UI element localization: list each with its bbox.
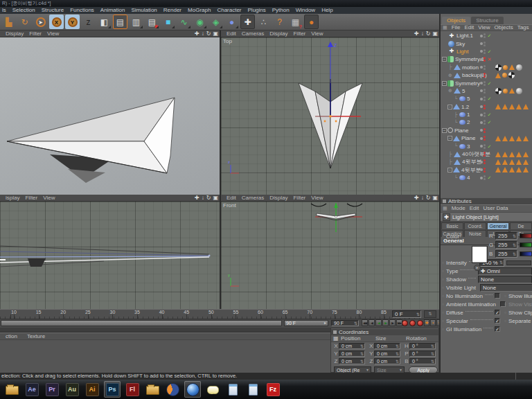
premiere-taskbar-icon[interactable]: Pr <box>44 381 60 398</box>
selection-tag-icon[interactable] <box>503 89 508 94</box>
tree-expander-icon[interactable]: − <box>442 57 447 62</box>
timeline-range-slider[interactable] <box>1 320 282 326</box>
visibility-toggles[interactable] <box>480 42 493 46</box>
position-z-field[interactable]: 0 cm⇅ <box>339 358 365 364</box>
polygon-selection-tag-icon[interactable] <box>509 104 515 109</box>
object-tree-item[interactable]: └3✓ <box>441 142 532 150</box>
size-y-field[interactable]: 0 cm⇅ <box>374 351 400 357</box>
visibility-toggles[interactable]: ✓ <box>480 48 493 55</box>
material-manager[interactable]: ctionTexture <box>0 328 330 373</box>
layer-dot-icon[interactable] <box>480 161 483 163</box>
zoom-view-icon[interactable]: ↓ <box>421 195 424 202</box>
smoothing-tag-icon[interactable] <box>516 64 522 71</box>
front-viewport[interactable]: Front y <box>221 202 439 309</box>
phong-tag-icon[interactable] <box>509 88 515 94</box>
attributes-menu-mode[interactable]: Mode <box>452 205 466 212</box>
live-selection-icon[interactable]: ➤ <box>33 15 48 29</box>
viewport-menu-cameras[interactable]: Cameras <box>242 195 264 202</box>
globe-taskbar-icon[interactable] <box>184 381 201 398</box>
viewport-menu-edit[interactable]: Edit <box>227 195 236 202</box>
layer-dot-icon[interactable] <box>480 177 483 179</box>
toggle-view-icon[interactable]: ▣ <box>213 195 218 202</box>
texture-tag-icon[interactable] <box>495 88 502 94</box>
menubar-item-ls[interactable]: ls <box>2 7 6 14</box>
visibility-toggles[interactable]: ✓ <box>480 112 493 118</box>
enable-state-icon[interactable]: ✓ <box>486 80 493 87</box>
perspective-viewport[interactable] <box>0 37 220 195</box>
object-tree-item[interactable]: └5✓ <box>441 95 532 103</box>
object-tree-item[interactable]: −Plane <box>441 134 532 142</box>
spinner-icon[interactable]: ⇅ <box>360 360 364 364</box>
channel-r-field[interactable]: 255⇅ <box>495 232 517 240</box>
visibility-toggles[interactable] <box>480 159 493 164</box>
polygon-selection-tag-icon[interactable] <box>516 136 522 141</box>
menubar-item-functions[interactable]: Functions <box>70 7 94 14</box>
layer-dot-icon[interactable] <box>480 98 483 100</box>
right-check-show-visible-li[interactable]: ○Show Visible Li <box>504 301 532 308</box>
enable-state-icon[interactable]: ✓ <box>486 48 493 55</box>
viewport-menu-filter[interactable]: Filter <box>293 30 305 37</box>
spinner-icon[interactable]: ⇅ <box>513 243 516 247</box>
tree-expander-icon[interactable]: − <box>442 81 447 86</box>
menubar-item-selection[interactable]: Selection <box>12 7 35 14</box>
range-value-field[interactable]: 90 F ⇅ <box>331 320 359 326</box>
channel-g-field[interactable]: 255⇅ <box>495 241 517 249</box>
viewport-divider[interactable] <box>220 30 221 309</box>
polygon-selection-tag-icon[interactable] <box>516 159 522 165</box>
enable-state-icon[interactable]: ✕ <box>486 56 493 62</box>
top-viewport[interactable]: Top Z z <box>221 37 439 195</box>
checkbox-specular[interactable]: ✓ <box>495 318 500 323</box>
layer-dot-icon[interactable] <box>480 168 483 171</box>
attributes-tab-coord-[interactable]: Coord. <box>464 222 486 229</box>
flash-taskbar-icon[interactable]: Fl <box>124 381 141 398</box>
visibility-toggles[interactable] <box>480 168 493 172</box>
spinner-icon[interactable]: ⇅ <box>431 352 434 356</box>
visibility-toggles[interactable] <box>480 128 493 133</box>
object-tree-item[interactable]: ├motion <box>441 64 532 71</box>
position-x-field[interactable]: 0 cm⇅ <box>339 343 365 349</box>
selection-tag-icon[interactable] <box>502 73 507 78</box>
visibility-toggles[interactable] <box>480 73 493 78</box>
viewport-menu-isplay[interactable]: isplay <box>6 195 19 202</box>
object-tree-item[interactable]: −1.2 <box>441 103 532 111</box>
polygon-selection-tag-icon[interactable] <box>523 104 529 109</box>
editor-render-dots[interactable] <box>484 42 486 46</box>
toggle-view-icon[interactable]: ▣ <box>432 195 438 202</box>
object-tree-item[interactable]: −Plane <box>441 127 532 134</box>
rotation-p-field[interactable]: 0 °⇅ <box>409 351 436 357</box>
attributes-title-bar[interactable]: Attributes <box>441 197 532 204</box>
play-forward-button[interactable]: ▶ <box>382 319 389 326</box>
color-swatch[interactable] <box>472 246 488 263</box>
objects-menu-view[interactable]: View <box>478 24 490 31</box>
object-tree-item[interactable]: ⊕backup(1) <box>441 71 532 79</box>
layer-dot-icon[interactable] <box>480 42 483 45</box>
viewport-menu-view[interactable]: View <box>311 30 323 37</box>
object-tree-item[interactable]: −Symmetry.1✕ <box>441 55 532 63</box>
spinner-icon[interactable]: ⇅ <box>431 360 434 364</box>
rotation-b-field[interactable]: 0 °⇅ <box>409 358 436 364</box>
pan-view-icon[interactable]: ✚ <box>195 30 200 37</box>
layer-dot-icon[interactable] <box>480 129 483 132</box>
pan-view-icon[interactable]: ✚ <box>414 30 419 37</box>
frame-spinner-icon[interactable]: ⇅ <box>424 310 436 318</box>
attributes-tab-basic[interactable]: Basic <box>441 222 463 229</box>
polygon-selection-tag-icon[interactable] <box>516 104 522 109</box>
object-tree-item[interactable]: Sky <box>441 39 532 47</box>
editor-render-dots[interactable] <box>484 49 486 54</box>
polygon-selection-tag-icon[interactable] <box>495 136 501 141</box>
next-key-button[interactable]: ▶ <box>389 319 396 326</box>
polygon-selection-tag-icon[interactable] <box>495 167 501 172</box>
net-render-icon[interactable]: ● <box>304 15 319 29</box>
pan-view-icon[interactable]: ✚ <box>414 195 419 202</box>
polygon-selection-tag-icon[interactable] <box>502 152 508 157</box>
add-scene-object-icon[interactable]: ● <box>224 15 239 29</box>
spinner-icon[interactable]: ⇅ <box>360 352 364 356</box>
tree-expander-icon[interactable]: − <box>447 136 452 141</box>
right-check-separate-pass[interactable]: ○Separate Pass <box>504 318 532 324</box>
editor-render-dots[interactable] <box>484 136 486 141</box>
editor-render-dots[interactable] <box>484 73 486 78</box>
attributes-tab-general[interactable]: General <box>487 222 509 229</box>
object-tree-item[interactable]: └4✓ <box>441 174 532 181</box>
help-icon[interactable]: ? <box>272 15 287 29</box>
spinner-icon[interactable]: ⇅ <box>354 321 357 326</box>
